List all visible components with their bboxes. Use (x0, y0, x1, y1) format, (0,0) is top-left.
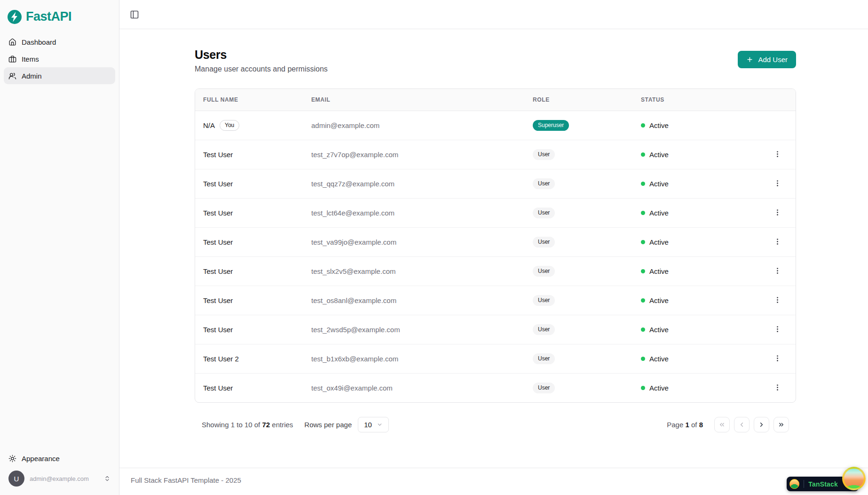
current-page: 1 (685, 421, 689, 429)
row-menu-button[interactable] (772, 294, 783, 307)
table-row: Test User test_2wsd5p@example.com User A… (195, 315, 796, 344)
panel-left-icon (130, 10, 139, 19)
rows-per-page-value: 10 (364, 421, 372, 429)
add-user-button[interactable]: Add User (738, 51, 796, 68)
column-header-status: Status (633, 89, 741, 111)
appearance-label: Appearance (22, 455, 60, 463)
main-area: Users Manage user accounts and permissio… (119, 0, 868, 495)
row-menu-button[interactable] (772, 323, 783, 336)
status-dot-icon (641, 182, 645, 186)
status-dot-icon (641, 327, 645, 332)
user-full-name: Test User (203, 151, 233, 159)
page-footer: Full Stack FastAPI Template - 2025 (119, 468, 868, 495)
row-menu-button[interactable] (772, 148, 783, 161)
row-menu-button[interactable] (772, 352, 783, 366)
chevrons-up-down-icon (104, 475, 110, 482)
sidebar-item-items[interactable]: Items (4, 50, 115, 67)
page-header: Users Manage user accounts and permissio… (195, 48, 796, 73)
user-full-name: Test User (203, 238, 233, 246)
row-menu-button[interactable] (772, 236, 783, 249)
first-page-button[interactable] (714, 417, 730, 432)
page-subtitle: Manage user accounts and permissions (195, 65, 328, 73)
tanstack-router-devtools-button[interactable] (842, 467, 866, 490)
row-menu-button[interactable] (772, 382, 783, 395)
brand-logo: FastAPI (0, 0, 119, 31)
table-row: N/A You admin@example.com Superuser Acti… (195, 111, 796, 140)
rows-per-page-select[interactable]: 10 (358, 417, 389, 432)
you-badge: You (220, 120, 239, 130)
brand-name: FastAPI (26, 9, 71, 24)
user-full-name: N/A (203, 121, 215, 129)
row-menu-button[interactable] (772, 177, 783, 191)
status-label: Active (649, 238, 669, 246)
user-email: admin@example.com (30, 475, 99, 482)
user-email-cell: admin@example.com (303, 111, 525, 140)
ellipsis-vertical-icon (773, 354, 781, 362)
role-badge: User (533, 383, 555, 393)
table-header-row: Full Name Email Role Status (195, 89, 796, 111)
role-badge: User (533, 324, 555, 335)
column-header-email: Email (303, 89, 525, 111)
chevron-right-icon (758, 421, 765, 428)
status-label: Active (649, 296, 669, 304)
role-badge: User (533, 266, 555, 276)
table-row: Test User test_lct64e@example.com User A… (195, 199, 796, 228)
total-pages: 8 (699, 421, 703, 429)
status-label: Active (649, 326, 669, 334)
user-email-cell: test_2wsd5p@example.com (303, 315, 525, 344)
row-menu-button[interactable] (772, 265, 783, 278)
user-email-cell: test_lct64e@example.com (303, 199, 525, 228)
rows-per-page-label: Rows per page (304, 421, 352, 429)
row-menu-button[interactable] (772, 207, 783, 220)
sidebar-item-admin[interactable]: Admin (4, 67, 115, 84)
footer-text: Full Stack FastAPI Template - 2025 (131, 476, 241, 484)
next-page-button[interactable] (754, 417, 769, 432)
sidebar-footer: Appearance U admin@example.com (0, 447, 119, 495)
table-row: Test User test_slx2v5@example.com User A… (195, 257, 796, 286)
chevron-down-icon (377, 422, 383, 428)
prev-page-button[interactable] (734, 417, 750, 432)
status-dot-icon (641, 152, 645, 157)
ellipsis-vertical-icon (773, 208, 781, 216)
user-email-cell: test_slx2v5@example.com (303, 257, 525, 286)
chevrons-left-icon (718, 421, 726, 428)
role-badge: User (533, 237, 555, 247)
sidebar-nav: Dashboard Items Admin (0, 31, 119, 87)
user-full-name: Test User (203, 296, 233, 304)
users-table-card: Full Name Email Role Status N/A You admi… (195, 88, 796, 403)
user-email-cell: test_os8anl@example.com (303, 286, 525, 315)
sidebar-toggle-button[interactable] (128, 8, 141, 21)
chevrons-right-icon (778, 421, 785, 428)
ellipsis-vertical-icon (773, 179, 781, 187)
last-page-button[interactable] (773, 417, 789, 432)
ellipsis-vertical-icon (773, 238, 781, 246)
ellipsis-vertical-icon (773, 267, 781, 275)
divider (804, 480, 804, 488)
total-entries: 72 (262, 421, 270, 429)
of-label: of (691, 421, 697, 429)
user-menu-button[interactable]: U admin@example.com (4, 467, 115, 491)
status-label: Active (649, 355, 669, 363)
showing-prefix: Showing 1 to 10 of (202, 421, 260, 429)
plus-icon (746, 56, 753, 63)
page-label: Page (667, 421, 683, 429)
topbar (119, 0, 868, 29)
chevron-left-icon (738, 421, 745, 428)
table-row: Test User test_qqz7z@example.com User Ac… (195, 169, 796, 199)
user-full-name: Test User (203, 384, 233, 392)
status-dot-icon (641, 298, 645, 303)
sidebar-item-dashboard[interactable]: Dashboard (4, 33, 115, 50)
status-dot-icon (641, 240, 645, 244)
tanstack-label: TanStack (808, 480, 838, 488)
role-badge: User (533, 295, 555, 305)
ellipsis-vertical-icon (773, 296, 781, 304)
page-title: Users (195, 48, 328, 62)
page-info: Page 1 of 8 (667, 421, 703, 429)
pager-buttons (714, 417, 789, 432)
status-dot-icon (641, 386, 645, 390)
sidebar-item-label: Admin (22, 72, 42, 80)
appearance-button[interactable]: Appearance (4, 450, 115, 467)
column-header-actions (741, 89, 796, 111)
role-badge: Superuser (533, 120, 569, 130)
table-row: Test User test_va99jo@example.com User A… (195, 228, 796, 257)
